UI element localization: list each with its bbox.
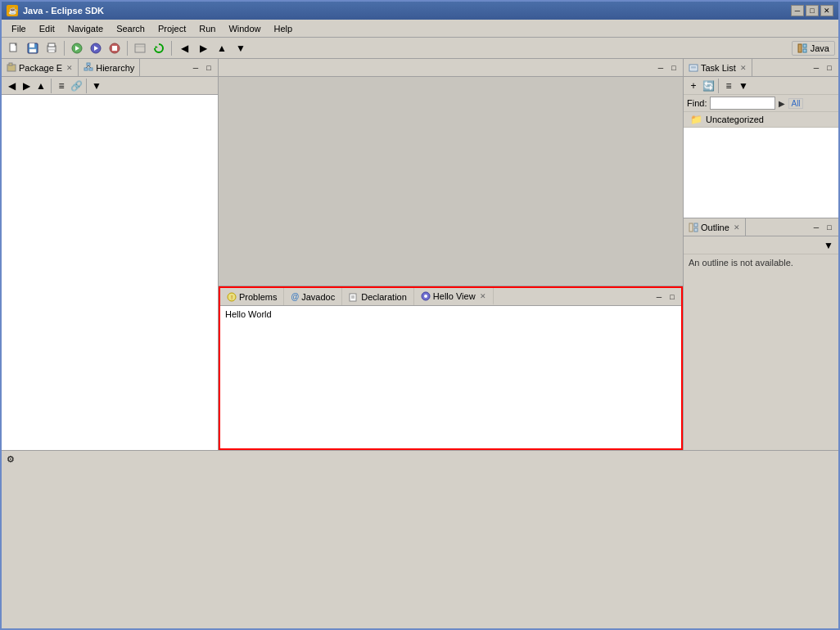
declaration-tab-label: Declaration: [361, 292, 407, 302]
outline-close[interactable]: ✕: [734, 223, 740, 232]
main-toolbar: ◀ ▶ ▲ ▼ Java: [2, 38, 838, 59]
restore-button[interactable]: □: [806, 5, 819, 16]
back-button[interactable]: ◀: [175, 39, 193, 57]
package-icon: [7, 62, 16, 74]
svg-rect-2: [29, 43, 34, 47]
problems-tab-label: Problems: [239, 292, 277, 302]
new-button[interactable]: [5, 39, 23, 57]
find-input[interactable]: [710, 97, 775, 110]
svg-rect-18: [803, 49, 806, 52]
hello-view-tab[interactable]: Hello View ✕: [414, 288, 494, 305]
refresh-button[interactable]: [150, 39, 168, 57]
javadoc-icon: @: [291, 292, 299, 301]
up-button[interactable]: ▲: [213, 39, 231, 57]
file-toolbar-group: [5, 39, 61, 57]
left-panel-maximize[interactable]: □: [203, 62, 215, 74]
left-panel-toolbar: ◀ ▶ ▲ ≡ 🔗 ▼: [2, 77, 218, 95]
down-button[interactable]: ▼: [232, 39, 250, 57]
menu-navigate[interactable]: Navigate: [61, 22, 110, 35]
menu-project[interactable]: Project: [151, 22, 192, 35]
debug-button[interactable]: [87, 39, 105, 57]
bottom-maximize[interactable]: □: [666, 291, 678, 303]
view-menu-button[interactable]: ▼: [90, 79, 103, 92]
nav-toolbar-group: ◀ ▶ ▲ ▼: [175, 39, 250, 57]
link-button[interactable]: 🔗: [70, 79, 83, 92]
bottom-minimize[interactable]: ─: [653, 291, 665, 303]
editor-minimize[interactable]: ─: [655, 62, 666, 74]
editor-maximize[interactable]: □: [668, 62, 680, 74]
build-button[interactable]: [131, 39, 149, 57]
hierarchy-label: Hierarchy: [96, 63, 134, 73]
outline-controls: ─ □: [807, 222, 838, 233]
menu-search[interactable]: Search: [110, 22, 151, 35]
outline-minimize[interactable]: ─: [811, 222, 822, 233]
up-nav-button[interactable]: ▲: [34, 79, 47, 92]
package-explorer-tab[interactable]: Package E ✕: [2, 59, 79, 76]
task-menu-button[interactable]: ▼: [737, 79, 750, 92]
outline-panel: Outline ✕ ─ □ ▼ An outline is not availa…: [684, 218, 838, 450]
task-new-button[interactable]: +: [687, 79, 700, 92]
save-button[interactable]: [24, 39, 42, 57]
menu-file[interactable]: File: [5, 22, 33, 35]
hello-view-close[interactable]: ✕: [480, 292, 486, 300]
problems-tab[interactable]: ! Problems: [220, 288, 284, 305]
svg-rect-16: [798, 44, 802, 52]
outline-maximize[interactable]: □: [824, 222, 835, 233]
outline-toolbar: ▼: [684, 236, 838, 254]
outline-tab[interactable]: Outline ✕: [684, 218, 746, 236]
center-area: ─ □ ! Problems @ Javadoc Declar: [219, 59, 683, 450]
hierarchy-tab[interactable]: Hierarchy: [79, 59, 140, 76]
package-explorer-close[interactable]: ✕: [66, 64, 73, 72]
build-toolbar-group: [131, 39, 168, 57]
bottom-tabs: ! Problems @ Javadoc Declaration Hello V…: [220, 288, 681, 306]
declaration-tab[interactable]: Declaration: [342, 288, 414, 305]
package-explorer-label: Package E: [19, 63, 62, 73]
status-icon: ⚙: [7, 454, 15, 465]
svg-rect-33: [689, 65, 698, 71]
task-sync-button[interactable]: 🔄: [702, 79, 715, 92]
perspective-switcher[interactable]: Java: [792, 41, 835, 56]
forward-button[interactable]: ▶: [194, 39, 212, 57]
minimize-button[interactable]: ─: [791, 5, 804, 16]
menu-window[interactable]: Window: [222, 22, 267, 35]
stop-button[interactable]: [106, 39, 124, 57]
task-list-maximize[interactable]: □: [824, 62, 835, 74]
java-icon: ☕: [7, 5, 18, 16]
svg-rect-37: [694, 223, 698, 227]
uncategorized-label: Uncategorized: [706, 115, 764, 124]
outline-menu-button[interactable]: ▼: [822, 239, 835, 252]
hello-world-text: Hello World: [225, 309, 272, 319]
svg-point-32: [424, 295, 427, 298]
forward-nav-button[interactable]: ▶: [20, 79, 33, 92]
menu-edit[interactable]: Edit: [33, 22, 61, 35]
toolbar-sep-1: [64, 41, 65, 56]
title-controls[interactable]: ─ □ ✕: [791, 5, 833, 16]
task-filter-button[interactable]: ≡: [722, 79, 735, 92]
find-all-button[interactable]: All: [788, 98, 802, 109]
print-button[interactable]: [43, 39, 61, 57]
svg-rect-38: [694, 228, 698, 232]
svg-rect-22: [84, 68, 88, 70]
outline-message: An outline is not available.: [689, 258, 793, 268]
find-arrow-icon[interactable]: ▶: [779, 99, 785, 108]
menu-help[interactable]: Help: [268, 22, 300, 35]
editor-tabs: ─ □: [219, 59, 683, 77]
menu-run[interactable]: Run: [192, 22, 222, 35]
back-nav-button[interactable]: ◀: [5, 79, 18, 92]
run-button[interactable]: [68, 39, 86, 57]
left-sep-2: [86, 79, 87, 93]
svg-rect-20: [9, 63, 12, 65]
left-panel-minimize[interactable]: ─: [190, 62, 201, 74]
task-sep: [718, 79, 719, 93]
outline-content: An outline is not available.: [684, 254, 838, 450]
task-list-minimize[interactable]: ─: [811, 62, 822, 74]
collapse-all-button[interactable]: ≡: [55, 79, 68, 92]
svg-rect-21: [87, 63, 90, 65]
toolbar-sep-3: [171, 41, 172, 56]
editor-container: ─ □: [219, 59, 683, 286]
task-list-close[interactable]: ✕: [740, 64, 747, 72]
left-panel: Package E ✕ Hierarchy ─ □ ◀ ▶ ▲ ≡ 🔗 ▼: [2, 59, 219, 450]
task-list-tab[interactable]: Task List ✕: [684, 59, 752, 76]
javadoc-tab[interactable]: @ Javadoc: [284, 288, 342, 305]
close-button[interactable]: ✕: [820, 5, 833, 16]
